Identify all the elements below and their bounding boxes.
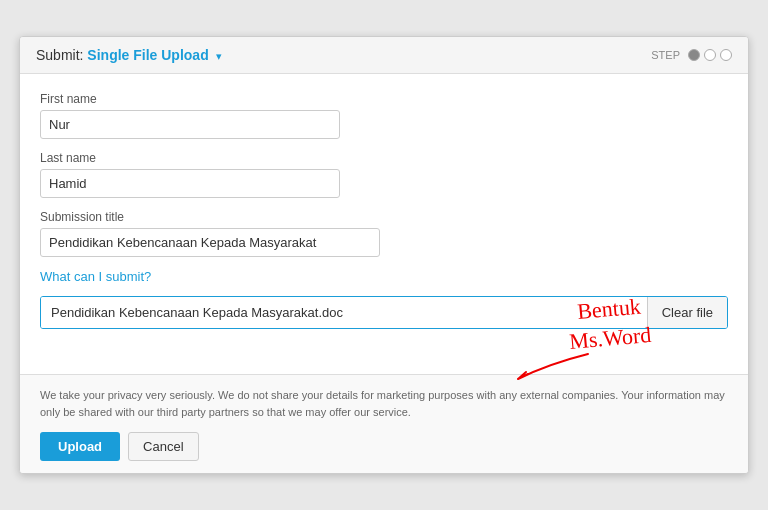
dialog-body: First name Last name Submission title Wh… <box>20 74 748 374</box>
dialog-header: Submit: Single File Upload ▾ STEP <box>20 37 748 74</box>
dropdown-icon[interactable]: ▾ <box>216 50 222 62</box>
submission-title-input[interactable] <box>40 228 380 257</box>
dialog-footer: We take your privacy very seriously. We … <box>20 374 748 473</box>
last-name-label: Last name <box>40 151 728 165</box>
privacy-text: We take your privacy very seriously. We … <box>40 387 728 420</box>
what-can-submit-link[interactable]: What can I submit? <box>40 269 151 284</box>
step-indicator: STEP <box>651 49 732 61</box>
dialog-title: Submit: Single File Upload ▾ <box>36 47 222 63</box>
clear-file-button[interactable]: Clear file <box>647 297 727 328</box>
first-name-group: First name <box>40 92 728 139</box>
step-dot-2 <box>704 49 716 61</box>
step-dot-1 <box>688 49 700 61</box>
last-name-group: Last name <box>40 151 728 198</box>
file-upload-row: Pendidikan Kebencanaan Kepada Masyarakat… <box>40 296 728 329</box>
upload-button[interactable]: Upload <box>40 432 120 461</box>
first-name-input[interactable] <box>40 110 340 139</box>
submission-title-group: Submission title <box>40 210 728 257</box>
last-name-input[interactable] <box>40 169 340 198</box>
step-label: STEP <box>651 49 680 61</box>
title-highlight: Single File Upload <box>87 47 208 63</box>
submission-title-label: Submission title <box>40 210 728 224</box>
first-name-label: First name <box>40 92 728 106</box>
dialog-container: Submit: Single File Upload ▾ STEP First … <box>19 36 749 474</box>
cancel-button[interactable]: Cancel <box>128 432 198 461</box>
title-static: Submit: <box>36 47 83 63</box>
footer-buttons: Upload Cancel <box>40 432 728 461</box>
file-name-display: Pendidikan Kebencanaan Kepada Masyarakat… <box>41 297 647 328</box>
step-dot-3 <box>720 49 732 61</box>
